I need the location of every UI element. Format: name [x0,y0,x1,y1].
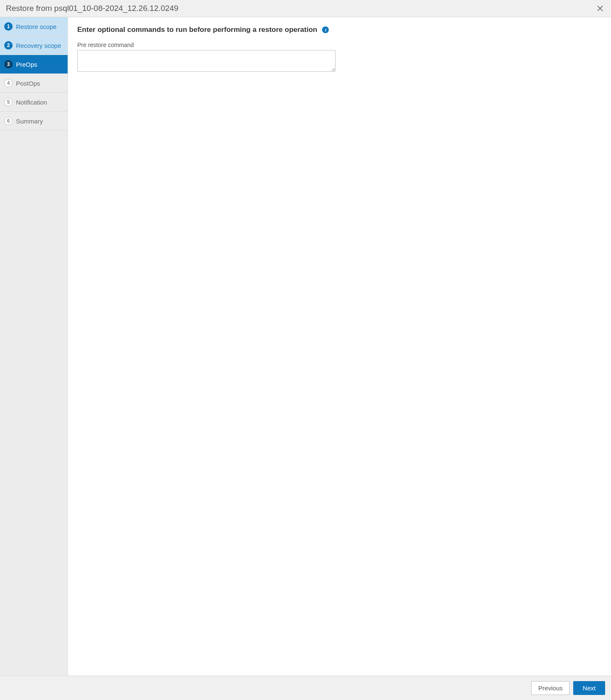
step-postops[interactable]: 4 PostOps [0,74,68,93]
step-label: PostOps [16,80,40,87]
dialog-body: 1 Restore scope 2 Recovery scope 3 PreOp… [0,17,611,676]
step-number: 2 [4,41,13,50]
step-restore-scope[interactable]: 1 Restore scope [0,17,68,36]
pre-restore-command-label: Pre restore command [77,42,602,48]
restore-wizard-dialog: Restore from psql01_10-08-2024_12.26.12.… [0,0,611,700]
step-label: Notification [16,99,47,106]
panel-heading-row: Enter optional commands to run before pe… [77,26,602,34]
wizard-sidebar: 1 Restore scope 2 Recovery scope 3 PreOp… [0,17,68,676]
step-number: 3 [4,60,13,68]
dialog-title: Restore from psql01_10-08-2024_12.26.12.… [6,4,178,13]
step-label: Recovery scope [16,42,61,49]
step-label: Restore scope [16,23,57,30]
dialog-titlebar: Restore from psql01_10-08-2024_12.26.12.… [0,0,611,17]
close-button[interactable] [595,3,605,13]
panel-heading: Enter optional commands to run before pe… [77,26,317,34]
step-label: PreOps [16,61,37,68]
step-preops[interactable]: 3 PreOps [0,55,68,74]
info-icon[interactable]: i [322,26,329,33]
step-number: 5 [4,98,13,106]
step-number: 4 [4,79,13,87]
dialog-footer: Previous Next [0,676,611,700]
step-recovery-scope[interactable]: 2 Recovery scope [0,36,68,55]
main-panel: Enter optional commands to run before pe… [68,17,611,676]
step-number: 1 [4,22,13,31]
next-button[interactable]: Next [573,681,605,695]
pre-restore-command-input[interactable] [77,50,336,72]
step-number: 6 [4,117,13,125]
step-summary[interactable]: 6 Summary [0,112,68,131]
step-label: Summary [16,118,43,125]
close-icon [597,5,603,12]
step-notification[interactable]: 5 Notification [0,93,68,112]
previous-button[interactable]: Previous [531,681,570,695]
